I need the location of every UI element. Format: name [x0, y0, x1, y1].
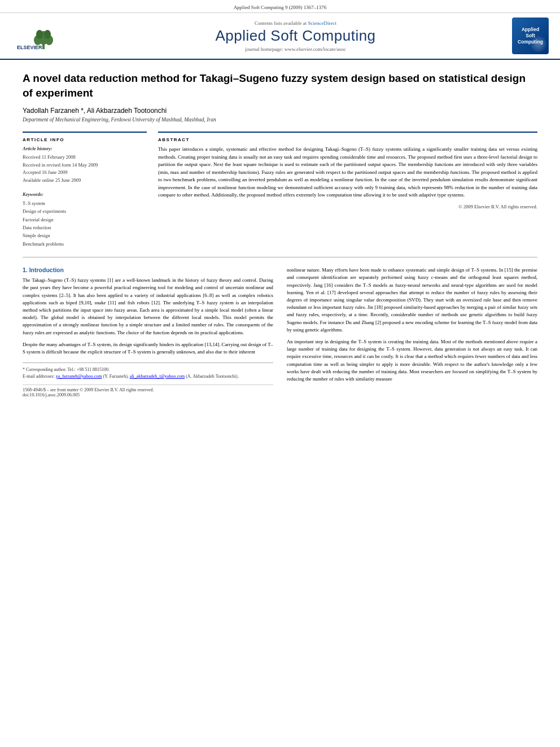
received-revised-date: Received in revised form 14 May 2009	[23, 161, 147, 169]
abstract-text: This paper introduces a simple, systemat…	[158, 146, 537, 199]
email2-name: (A. Akbarzadeh Tootoonchi).	[186, 374, 239, 379]
article-info-title: ARTICLE INFO	[23, 137, 147, 142]
footnote-corresponding: * Corresponding author. Tel.: +98 511 88…	[23, 366, 273, 373]
article-info-column: ARTICLE INFO Article history: Received 1…	[23, 132, 147, 248]
body-para-4: An important step in designing the T–S s…	[287, 338, 537, 383]
body-section: 1. Introduction The Takagi–Sugeno (T–S) …	[23, 267, 537, 397]
elsevier-logo-svg: ELSEVIER	[14, 22, 76, 50]
keyword-6: Benchmark problems	[23, 240, 147, 248]
section1-heading: 1. Introduction	[23, 267, 273, 273]
sciencedirect-label: Contents lists available at ScienceDirec…	[79, 20, 512, 26]
email-link-2[interactable]: ali_akbarzadeh_t@yahoo.com	[130, 374, 185, 379]
keyword-1: T–S system	[23, 199, 147, 207]
svg-text:ELSEVIER: ELSEVIER	[17, 45, 42, 50]
keyword-5: Simple design	[23, 231, 147, 239]
body-col-right: nonlinear nature. Many efforts have been…	[287, 267, 537, 397]
journal-badge: AppliedSoftComputing	[512, 18, 549, 54]
footnote-area: * Corresponding author. Tel.: +98 511 88…	[23, 362, 273, 380]
body-para-3: nonlinear nature. Many efforts have been…	[287, 267, 537, 334]
journal-title: Applied Soft Computing	[79, 27, 512, 45]
footer-issn: 1568-4946/$ – see front matter © 2009 El…	[23, 387, 273, 392]
footer-doi: doi:10.1016/j.asoc.2009.06.005	[23, 392, 273, 397]
abstract-title: ABSTRACT	[158, 137, 537, 142]
sciencedirect-link[interactable]: ScienceDirect	[308, 20, 336, 26]
keyword-3: Factorial design	[23, 216, 147, 224]
banner-center: Contents lists available at ScienceDirec…	[79, 20, 512, 52]
svg-point-4	[36, 30, 43, 39]
journal-homepage: journal homepage: www.elsevier.com/locat…	[79, 46, 512, 52]
history-label: Article history:	[23, 146, 147, 151]
keyword-2: Design of experiments	[23, 207, 147, 215]
available-date: Available online 25 June 2009	[23, 177, 147, 185]
svg-point-5	[44, 30, 51, 39]
section-divider	[23, 257, 537, 257]
email1-name: (Y. Farzaneh),	[103, 374, 128, 379]
badge-text: AppliedSoftComputing	[518, 27, 543, 45]
authors: Yadollah Farzaneh *, Ali Akbarzadeh Toot…	[23, 107, 537, 115]
email-link-1[interactable]: ya_farzaneh@yahoo.com	[56, 374, 102, 379]
accepted-date: Accepted 16 June 2009	[23, 169, 147, 177]
keyword-4: Data reduction	[23, 224, 147, 231]
body-col-left: 1. Introduction The Takagi–Sugeno (T–S) …	[23, 267, 273, 397]
body-para-2: Despite the many advantages of T–S syste…	[23, 341, 273, 356]
abstract-column: ABSTRACT This paper introduces a simple,…	[158, 132, 537, 248]
affiliation: Department of Mechanical Engineering, Fe…	[23, 117, 537, 123]
copyright-line: © 2009 Elsevier B.V. All rights reserved…	[158, 204, 537, 209]
journal-reference: Applied Soft Computing 9 (2009) 1367–137…	[0, 0, 560, 13]
journal-banner: ELSEVIER Contents lists available at Sci…	[0, 13, 560, 60]
keywords-label: Keywords:	[23, 191, 147, 197]
email-label: E-mail addresses:	[23, 374, 55, 379]
journal-ref-text: Applied Soft Computing 9 (2009) 1367–137…	[234, 5, 327, 10]
footnote-email: E-mail addresses: ya_farzaneh@yahoo.com …	[23, 373, 273, 380]
body-para-1: The Takagi–Sugeno (T–S) fuzzy systems [1…	[23, 277, 273, 337]
article-title: A novel data reduction method for Takagi…	[23, 71, 537, 100]
elsevier-logo: ELSEVIER	[11, 20, 79, 51]
article-meta-section: ARTICLE INFO Article history: Received 1…	[23, 132, 537, 248]
journal-footer: 1568-4946/$ – see front matter © 2009 El…	[23, 385, 273, 397]
author-names: Yadollah Farzaneh *, Ali Akbarzadeh Toot…	[23, 107, 167, 115]
received-date: Received 11 February 2008	[23, 154, 147, 161]
main-content: A novel data reduction method for Takagi…	[0, 60, 560, 409]
